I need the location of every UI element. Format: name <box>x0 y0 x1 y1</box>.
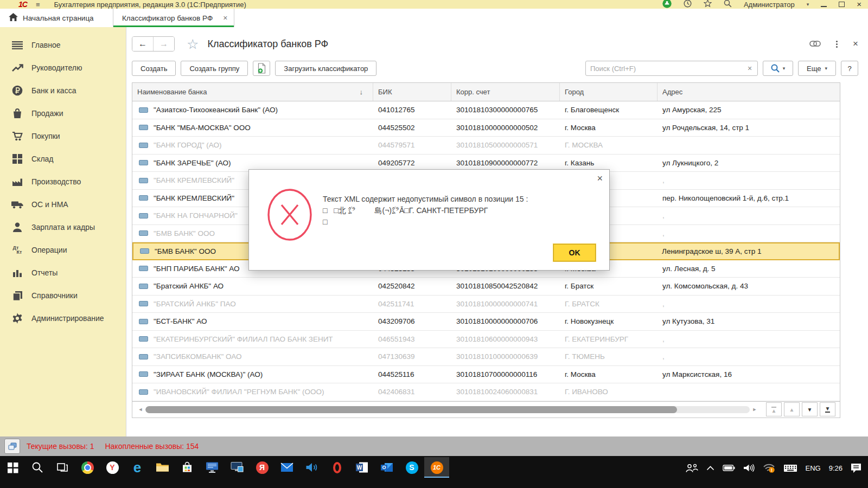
taskbar-yandex-browser-icon[interactable]: Я <box>250 457 275 478</box>
load-classifier-button[interactable]: Загрузить классификатор <box>275 61 376 76</box>
taskbar-onec-icon[interactable]: 1С <box>424 457 449 478</box>
sidebar-item-9[interactable]: Зарплата и кадры <box>0 216 126 239</box>
favorites-icon[interactable] <box>704 0 712 9</box>
sidebar-item-11[interactable]: Отчеты <box>0 261 126 284</box>
1c-logo-icon: 1С <box>18 0 27 9</box>
row-down-button[interactable]: ▼ <box>802 402 818 416</box>
window-titlebar: 1С ≡ Бухгалтерия предприятия, редакция 3… <box>0 0 868 9</box>
sidebar-item-4[interactable]: Продажи <box>0 102 126 125</box>
tab-close-icon[interactable]: × <box>223 14 227 22</box>
taskbar-yandex-icon[interactable]: Y <box>100 457 125 478</box>
bank-item-icon <box>139 319 148 324</box>
column-header-1[interactable]: Наименование банка↓ <box>132 83 373 101</box>
tab-home[interactable]: Начальная страница <box>0 9 113 27</box>
sidebar-item-12[interactable]: Справочники <box>0 284 126 307</box>
sidebar-item-5[interactable]: Покупки <box>0 125 126 147</box>
tray-people-icon[interactable] <box>686 464 698 472</box>
table-row[interactable]: "Братский АНКБ" АО0425208423010181085004… <box>132 278 840 296</box>
row-up-button[interactable]: ▲ <box>784 402 800 416</box>
table-row[interactable]: "БАНК ГОРОД" (АО)04457957130101810500000… <box>132 137 840 155</box>
books-icon <box>11 291 24 301</box>
scroll-right-icon[interactable]: ► <box>751 407 758 412</box>
table-row[interactable]: "ЗАПСИБКОМБАНК" ОАО047130639301018101000… <box>132 348 840 366</box>
taskbar-store-icon[interactable] <box>175 457 200 478</box>
sidebar-item-8[interactable]: ОС и НМА <box>0 193 126 216</box>
user-menu-caret-icon[interactable]: ▾ <box>807 2 809 7</box>
table-row[interactable]: "ИВАНОВСКИЙ" ФИЛИАЛ "РЕГНУМ БАНК" (ООО)0… <box>132 383 840 401</box>
column-header-4[interactable]: Город <box>560 83 658 101</box>
taskbar-word-icon[interactable]: W <box>349 457 374 478</box>
tray-notification-icon[interactable] <box>851 463 861 473</box>
tray-volume-icon[interactable] <box>743 464 755 472</box>
current-user[interactable]: Администратор <box>744 1 795 9</box>
sidebar-item-3[interactable]: Банк и касса <box>0 79 126 102</box>
more-menu-icon[interactable] <box>836 43 838 45</box>
column-header-3[interactable]: Корр. счет <box>451 83 560 101</box>
taskbar-speaker-app-icon[interactable] <box>299 457 324 478</box>
add-from-file-button[interactable] <box>253 61 270 76</box>
dialog-close-icon[interactable]: × <box>597 173 603 184</box>
scroll-left-icon[interactable]: ◄ <box>137 407 144 412</box>
tray-battery-icon[interactable] <box>723 465 735 471</box>
close-form-icon[interactable]: × <box>853 38 858 49</box>
sidebar-item-7[interactable]: Производство <box>0 170 126 193</box>
tray-keyboard-icon[interactable] <box>783 464 797 472</box>
search-clear-icon[interactable]: × <box>742 61 757 75</box>
help-button[interactable]: ? <box>841 61 858 76</box>
get-link-icon[interactable] <box>809 39 821 49</box>
sidebar-item-6[interactable]: Склад <box>0 147 126 170</box>
clock[interactable]: 9:26 <box>829 464 843 472</box>
table-row[interactable]: "Азиатско-Тихоокеанский Банк" (АО)041012… <box>132 101 840 119</box>
tray-network-warning-icon[interactable]: ! <box>763 464 775 473</box>
language-indicator[interactable]: ENG <box>806 464 821 472</box>
column-header-5[interactable]: Адрес <box>658 83 840 101</box>
minimize-button[interactable] <box>821 2 827 7</box>
tab-bank-classifier[interactable]: Классификатор банков РФ × <box>113 9 234 27</box>
calls-indicator-icon[interactable] <box>4 439 20 454</box>
close-window-button[interactable]: × <box>857 2 861 7</box>
sidebar-item-2[interactable]: Руководителю <box>0 56 126 79</box>
search-icon[interactable] <box>724 0 732 9</box>
taskbar-skype-icon[interactable]: S <box>399 457 424 478</box>
more-button[interactable]: Еще▾ <box>798 61 836 76</box>
taskbar-edge-icon[interactable]: e <box>125 457 150 478</box>
cell: 044525502 <box>373 119 451 137</box>
taskbar-pc-monitor-icon[interactable] <box>225 457 250 478</box>
cell: ул. Лесная, д. 5 <box>658 260 840 278</box>
taskbar-start-icon[interactable] <box>0 457 25 478</box>
hscroll-thumb[interactable] <box>145 406 677 413</box>
tray-chevron-up-icon[interactable] <box>706 466 714 471</box>
taskbar-task-view-icon[interactable] <box>50 457 75 478</box>
ok-button[interactable]: OK <box>553 244 596 261</box>
column-header-2[interactable]: БИК <box>373 83 451 101</box>
main-menu-icon[interactable]: ≡ <box>36 1 40 9</box>
search-button[interactable]: ▾ <box>763 61 793 76</box>
search-input[interactable] <box>586 64 742 73</box>
taskbar-mail-icon[interactable] <box>275 457 299 478</box>
table-row[interactable]: "БРАТСКИЙ АНКБ" ПАО042511741301018100000… <box>132 296 840 313</box>
sidebar-item-1[interactable]: Главное <box>0 34 126 56</box>
maximize-button[interactable] <box>839 2 845 7</box>
table-row[interactable]: "БСТ-БАНК" АО043209706301018100000000007… <box>132 313 840 331</box>
forward-button[interactable]: → <box>153 37 174 51</box>
hscroll-track[interactable] <box>145 406 750 413</box>
table-row[interactable]: "БАНК "МБА-МОСКВА" ООО044525502301018100… <box>132 119 840 137</box>
taskbar-opera-icon[interactable] <box>324 457 349 478</box>
taskbar-chrome-icon[interactable] <box>75 457 100 478</box>
cell: г. Москва <box>560 366 658 383</box>
taskbar-search-icon[interactable] <box>25 457 50 478</box>
favorite-star-icon[interactable]: ☆ <box>187 38 199 49</box>
go-top-button[interactable]: ▲ <box>766 402 782 416</box>
taskbar-outlook-icon[interactable]: O <box>374 457 399 478</box>
go-bottom-button[interactable]: ▼ <box>820 402 835 416</box>
create-group-button[interactable]: Создать группу <box>181 61 248 76</box>
history-icon[interactable] <box>684 0 692 9</box>
sidebar-item-10[interactable]: ДтКтОперации <box>0 239 126 261</box>
back-button[interactable]: ← <box>132 37 153 51</box>
taskbar-explorer-icon[interactable] <box>150 457 175 478</box>
table-row[interactable]: "ЕКАТЕРИНБУРГСКИЙ" ФИЛИАЛ ПАО БАНК ЗЕНИТ… <box>132 331 840 349</box>
table-row[interactable]: "ЗИРААТ БАНК (МОСКВА)" (АО)0445251163010… <box>132 366 840 384</box>
sidebar-item-13[interactable]: Администрирование <box>0 307 126 330</box>
taskbar-rdp-monitor-icon[interactable] <box>200 457 225 478</box>
create-button[interactable]: Создать <box>132 61 176 76</box>
